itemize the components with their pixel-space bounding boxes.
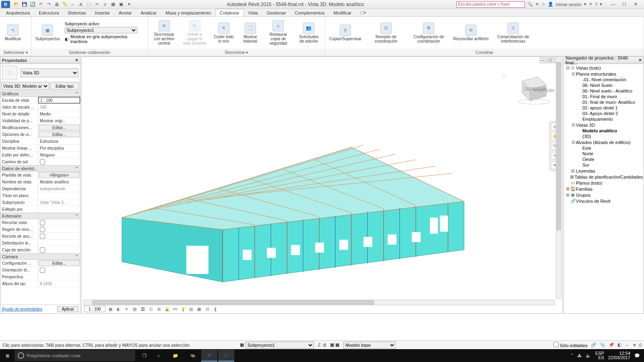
search-icon[interactable]: 🔍 [527,2,533,7]
ribbon-toggle-icon[interactable]: ▢▾ [360,9,366,16]
tree-item[interactable]: 01- final de muro- Analítico [564,99,644,105]
row-recorte-ano[interactable]: Recorte de ano... [0,233,80,240]
node-vinculos[interactable]: 🔗Vínculos de Revit [564,198,644,204]
modify-button[interactable]: ↖ Modificar [2,24,23,42]
start-button[interactable]: ⊞ [0,353,14,358]
worksets-button[interactable]: ▦ Subproyectos [34,24,62,42]
tree-item[interactable]: Oeste [564,156,644,162]
sun-path-checkbox[interactable] [40,159,45,165]
crop-icon[interactable]: ⊡ [148,306,154,312]
measure-icon[interactable]: 📏 [62,2,68,7]
tree-item[interactable]: 01- Final de muro [564,94,644,99]
help-dropdown-icon[interactable]: ▾ [600,2,602,7]
active-workset-select[interactable]: Subproyecto1 [65,27,137,33]
worksharing-display-icon[interactable]: ▤ [188,306,194,312]
tree-item[interactable]: 00- Nivel Suelo [564,82,644,88]
tray-volume-icon[interactable]: 🔈 [586,353,591,358]
analytical-icon[interactable]: ▦ [196,306,202,312]
filter-icon[interactable]: ▼ :0 [632,343,642,348]
relinquish-button[interactable]: ✕Ceder todo lo mío [212,22,236,44]
tray-chevron-icon[interactable]: ˄ [571,353,573,358]
row-caja[interactable]: Caja de sección [0,247,80,253]
tab-sistemas[interactable]: Sistemas [63,9,90,16]
node-vistas[interactable]: ⊟◎Vistas (todo) [564,65,644,71]
panel-sync-label[interactable]: Sincronizar ▾ [148,49,325,56]
row-region[interactable]: Región de reco... [0,226,80,233]
browser-close-icon[interactable]: ✕ [638,58,642,63]
app-explorer[interactable]: 📁 [167,350,184,362]
reveal-icon[interactable]: 💡 [180,306,186,312]
text-icon[interactable]: A [78,2,84,7]
maximize-button[interactable]: ☐ [621,2,627,7]
crop-visible-icon[interactable]: ⊞ [156,306,162,312]
task-view-icon[interactable]: ❐ [138,353,151,358]
tree-item[interactable]: Sur [564,162,644,168]
row-recortar[interactable]: Recortar vista [0,219,80,226]
thin-lines-icon[interactable]: ≡ [102,2,108,7]
dropdown-icon[interactable]: ▾ [584,2,586,7]
editable-only-check[interactable]: Sólo editables [553,342,588,348]
show-history-button[interactable]: 🕓Mostrar historial [239,22,261,44]
tab-colaborar[interactable]: Colaborar [215,9,244,16]
status-exclude[interactable]: ℰ:0 [318,342,326,348]
close-button[interactable]: ✕ [633,2,638,7]
app-word[interactable]: W [218,350,234,362]
drawing-canvas[interactable]: — ☐ ✕ [81,56,563,314]
properties-help-link[interactable]: Ayuda de propiedades [2,307,42,311]
tab-arquitectura[interactable]: Arquitectura [2,9,34,16]
properties-close-icon[interactable]: ✕ [75,58,78,63]
reconcile-button[interactable]: ⟲Reconciliar anfitrión [452,24,490,42]
close-hidden-icon[interactable]: ▦ [110,2,116,7]
row-detalle[interactable]: Nivel de detalleMedio [0,111,80,117]
row-modificaciones[interactable]: Modificaciones...Editar... [0,124,80,131]
vc-chevron-icon[interactable]: ❮ [213,306,218,312]
tree-item[interactable]: Emplazamiento [564,116,644,122]
undo-icon[interactable]: ↶ [38,2,43,7]
tab-gestionar[interactable]: Gestionar [262,9,291,16]
app-revit[interactable]: R [201,350,217,362]
minimize-button[interactable]: — [610,2,616,7]
section-icon[interactable]: ✂ [94,2,100,7]
row-lineas[interactable]: Mostrar líneas ...Por disciplina [0,145,80,152]
switch-windows-icon[interactable]: ▣ [118,2,124,7]
print-icon[interactable]: 🖶 [54,2,60,7]
coord-settings-button[interactable]: ⚙Configuración de coordinación [409,22,448,44]
unlock-icon[interactable]: 🔓 [164,306,170,312]
tree-item[interactable]: 00- Nivel suelo - Analítico [564,88,644,94]
select-pinned-icon[interactable]: 📌 [609,342,614,348]
search-box[interactable] [456,1,525,8]
tab-analizar[interactable]: Analizar [136,9,161,16]
copy-monitor-button[interactable]: ⎘Copiar/Supervisar [328,24,363,42]
interference-button[interactable]: ⚠Comprobación de interferencias [493,22,533,44]
home-icon[interactable]: ⌂ [502,71,506,80]
cortana-search[interactable]: Pregúntame cualquier cosa [14,350,135,361]
node-tablas[interactable]: ▦Tablas de planificación/Cantidades [564,174,644,180]
tree-item[interactable]: Este [564,145,644,151]
view-cube[interactable]: DERECHA POSTERIOR [506,69,554,105]
canvas-scrollbar-vertical[interactable] [556,58,561,299]
row-opciones-vi[interactable]: Opciones de vi...Editar... [0,131,80,138]
sync-central-button[interactable]: ⟳Sincronizar con archivo central [151,19,178,46]
detail-level-icon[interactable]: ▦ [108,306,114,312]
group-camara[interactable]: Cámara⌃ [0,253,80,260]
tab-masa[interactable]: Masa y emplazamiento [161,9,215,16]
crop-region-checkbox[interactable] [40,227,45,232]
restore-backup-button[interactable]: ⎌Restaurar copia de seguridad [265,19,292,46]
crop-view-checkbox[interactable] [40,220,45,225]
tab-estructura[interactable]: Estructura [34,9,63,16]
row-nombre[interactable]: Nombre de vistaModelo analítico [0,179,80,185]
favorite-icon[interactable]: ☆ [541,2,545,7]
row-camino-sol[interactable]: Camino de sol [0,158,80,165]
tray-notifications-icon[interactable]: 💬 [634,353,640,358]
help-icon[interactable]: ? [595,2,597,7]
rendering-icon[interactable]: 🖼 [140,306,146,312]
tab-insertar[interactable]: Insertar [91,9,114,16]
tab-anotar[interactable]: Anotar [114,9,136,16]
subscription-icon[interactable]: ✶ [535,2,539,7]
gray-inactive-button[interactable]: ◐Mostrar en gris subproyectos inactivos [65,34,145,44]
signin-label[interactable]: Iniciar sesión [556,2,582,7]
apply-button[interactable]: Aplicar [57,306,78,312]
tree-item[interactable]: -01- Nivel cimentación [564,77,644,82]
group-identidad[interactable]: Datos de identid...⌃ [0,165,80,172]
tree-item[interactable]: Norte [564,151,644,156]
